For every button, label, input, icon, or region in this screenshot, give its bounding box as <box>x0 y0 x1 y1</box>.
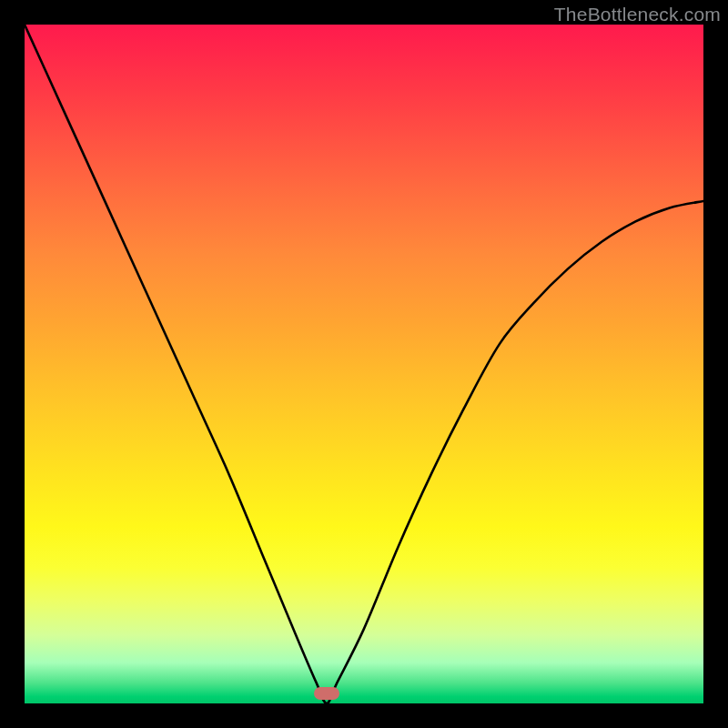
watermark-text: TheBottleneck.com <box>554 4 721 25</box>
optimum-marker <box>314 687 339 700</box>
chart-frame: TheBottleneck.com <box>0 0 728 728</box>
plot-area <box>25 25 703 703</box>
bottleneck-curve <box>25 25 703 703</box>
